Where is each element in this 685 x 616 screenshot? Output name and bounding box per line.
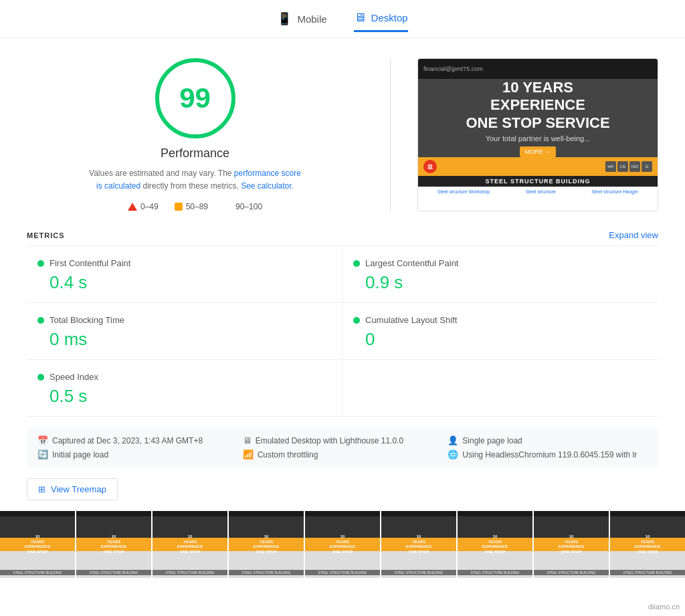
- refresh-icon: 🔄: [37, 449, 48, 459]
- user-icon: 👤: [448, 435, 458, 445]
- legend-good-label: 90–100: [235, 202, 262, 211]
- metric-name-tbt: Total Blocking Time: [50, 315, 124, 325]
- mock-hero: 10 YEARSEXPERIENCEONE STOP SERVICE Your …: [418, 79, 658, 157]
- metric-header-fcp: First Contentful Paint: [37, 258, 331, 268]
- metric-header-tbt: Total Blocking Time: [37, 315, 331, 325]
- metric-name-fcp: First Contentful Paint: [50, 258, 130, 268]
- tab-mobile-label: Mobile: [297, 13, 326, 25]
- info-captured: 📅 Captured at Dec 3, 2023, 1:43 AM GMT+8: [37, 435, 237, 445]
- legend-square-icon: [175, 203, 183, 211]
- legend-medium-label: 50–89: [186, 202, 208, 211]
- metric-name-si: Speed Index: [50, 372, 98, 382]
- metric-name-lcp: Largest Contentful Paint: [365, 258, 458, 268]
- view-treemap-button[interactable]: ⊞ View Treemap: [27, 478, 118, 500]
- metric-card-lcp: Largest Contentful Paint 0.9 s: [342, 246, 658, 303]
- legend-triangle-icon: [128, 203, 137, 211]
- metric-header-si: Speed Index: [37, 372, 331, 382]
- mock-logo-circle: 益: [423, 160, 437, 173]
- mock-hero-sub: Your total partner is well-being...: [466, 134, 609, 142]
- info-initial-load-text: Initial page load: [52, 450, 108, 459]
- emulated-icon: 🖥: [243, 435, 252, 445]
- metric-header-cls: Cumulative Layout Shift: [353, 315, 648, 325]
- info-emulated-text: Emulated Desktop with Lighthouse 11.0.0: [256, 436, 403, 445]
- calendar-icon: 📅: [37, 435, 48, 445]
- legend-dot-icon: [224, 203, 232, 211]
- thumb-label-8: STEEL STRUCTURE BUILDING: [534, 570, 609, 575]
- legend-item-good: 90–100: [224, 202, 262, 211]
- score-circle: 99: [155, 58, 235, 138]
- score-label: Performance: [161, 146, 229, 161]
- mock-hero-btn: MORE →: [520, 146, 557, 157]
- divider: [390, 58, 391, 211]
- thumbnail-2: 10YEARSEXPERIENCEONE STOP STEEL STRUCTUR…: [76, 511, 153, 578]
- metrics-grid: First Contentful Paint 0.4 s Largest Con…: [27, 246, 658, 417]
- metric-header-lcp: Largest Contentful Paint: [353, 258, 648, 268]
- thumb-label-7: STEEL STRUCTURE BUILDING: [458, 570, 532, 575]
- thumbnail-4: 10YEARSEXPERIENCEONE STOP STEEL STRUCTUR…: [229, 511, 305, 578]
- mock-logo-area: 益: [423, 160, 437, 173]
- desktop-icon: 🖥: [354, 11, 366, 25]
- mock-bottom-bar: 益 IAF CE ISO G: [418, 157, 658, 176]
- metric-dot-cls: [353, 317, 360, 324]
- thumbnail-7: 10YEARSEXPERIENCEONE STOP STEEL STRUCTUR…: [458, 511, 534, 578]
- mock-nav-bar: financial@jpmt75.com: [418, 59, 658, 79]
- mock-links: Steel structure Workshop Steel structure…: [418, 187, 658, 197]
- legend: 0–49 50–89 90–100: [128, 202, 262, 211]
- metrics-header: METRICS Expand view: [27, 225, 658, 246]
- metric-dot-lcp: [353, 260, 360, 267]
- info-single-page-text: Single page load: [462, 436, 522, 445]
- thumb-label-1: STEEL STRUCTURE BUILDING: [0, 570, 75, 575]
- tab-desktop[interactable]: 🖥 Desktop: [354, 11, 408, 32]
- info-throttling: 📶 Custom throttling: [243, 449, 443, 459]
- info-emulated: 🖥 Emulated Desktop with Lighthouse 11.0.…: [243, 435, 443, 445]
- metric-card-empty: [342, 360, 658, 417]
- info-browser: 🌐 Using HeadlessChromium 119.0.6045.159 …: [448, 449, 648, 459]
- mock-hero-big: 10 YEARSEXPERIENCEONE STOP SERVICE: [466, 79, 609, 132]
- treemap-icon: ⊞: [38, 484, 45, 494]
- main-content: 99 Performance Values are estimated and …: [0, 38, 685, 225]
- thumb-label-6: STEEL STRUCTURE BUILDING: [381, 570, 456, 575]
- calculator-link[interactable]: See calculator.: [241, 181, 294, 191]
- thumbnails-row: 10YEARSEXPERIENCEONE STOP STEEL STRUCTUR…: [0, 511, 685, 578]
- info-browser-text: Using HeadlessChromium 119.0.6045.159 wi…: [462, 450, 637, 459]
- metric-card-si: Speed Index 0.5 s: [27, 360, 342, 417]
- treemap-label: View Treemap: [51, 484, 106, 494]
- metric-dot-fcp: [37, 260, 44, 267]
- info-single-page: 👤 Single page load: [448, 435, 648, 445]
- legend-item-bad: 0–49: [128, 202, 159, 211]
- mobile-icon: 📱: [277, 11, 292, 26]
- thumbnail-3: 10YEARSEXPERIENCEONE STOP STEEL STRUCTUR…: [153, 511, 229, 578]
- info-captured-text: Captured at Dec 3, 2023, 1:43 AM GMT+8: [52, 436, 203, 445]
- legend-bad-label: 0–49: [140, 202, 159, 211]
- mock-badge-g: G: [642, 161, 652, 172]
- metrics-section: METRICS Expand view First Contentful Pai…: [0, 225, 685, 417]
- mock-hero-text: 10 YEARSEXPERIENCEONE STOP SERVICE Your …: [466, 79, 609, 157]
- metric-dot-si: [37, 374, 44, 381]
- tab-mobile[interactable]: 📱 Mobile: [277, 11, 326, 31]
- metric-dot-tbt: [37, 317, 44, 324]
- thumb-label-3: STEEL STRUCTURE BUILDING: [153, 570, 227, 575]
- legend-item-medium: 50–89: [175, 202, 208, 211]
- thumbnail-8: 10YEARSEXPERIENCEONE STOP STEEL STRUCTUR…: [534, 511, 610, 578]
- info-bar: 📅 Captured at Dec 3, 2023, 1:43 AM GMT+8…: [27, 427, 658, 468]
- metric-value-si: 0.5 s: [37, 386, 331, 407]
- mock-nav-url: financial@jpmt75.com: [423, 66, 483, 72]
- info-initial-load: 🔄 Initial page load: [37, 449, 237, 459]
- thumb-label-4: STEEL STRUCTURE BUILDING: [229, 570, 304, 575]
- mock-building-label: STEEL STRUCTURE BUILDING: [418, 176, 658, 187]
- score-section: 99 Performance Values are estimated and …: [27, 58, 363, 211]
- thumb-label-9: STEEL STRUCTURE BUILDING: [610, 570, 685, 575]
- metric-value-fcp: 0.4 s: [37, 272, 331, 293]
- metric-value-lcp: 0.9 s: [353, 272, 648, 293]
- mock-link-structure: Steel structure: [526, 189, 556, 194]
- score-desc: Values are estimated and may vary. The p…: [88, 167, 302, 193]
- wifi-icon: 📶: [243, 449, 254, 459]
- mock-badge-iso: ISO: [629, 161, 640, 172]
- tabs-bar: 📱 Mobile 🖥 Desktop: [0, 0, 685, 38]
- metric-name-cls: Cumulative Layout Shift: [365, 315, 457, 325]
- globe-icon: 🌐: [448, 449, 458, 459]
- mock-link-hanger: Steel structure Hanger: [591, 189, 638, 194]
- expand-view-link[interactable]: Expand view: [609, 230, 658, 240]
- thumbnail-1: 10YEARSEXPERIENCEONE STOP STEEL STRUCTUR…: [0, 511, 76, 578]
- thumb-label-5: STEEL STRUCTURE BUILDING: [305, 570, 380, 575]
